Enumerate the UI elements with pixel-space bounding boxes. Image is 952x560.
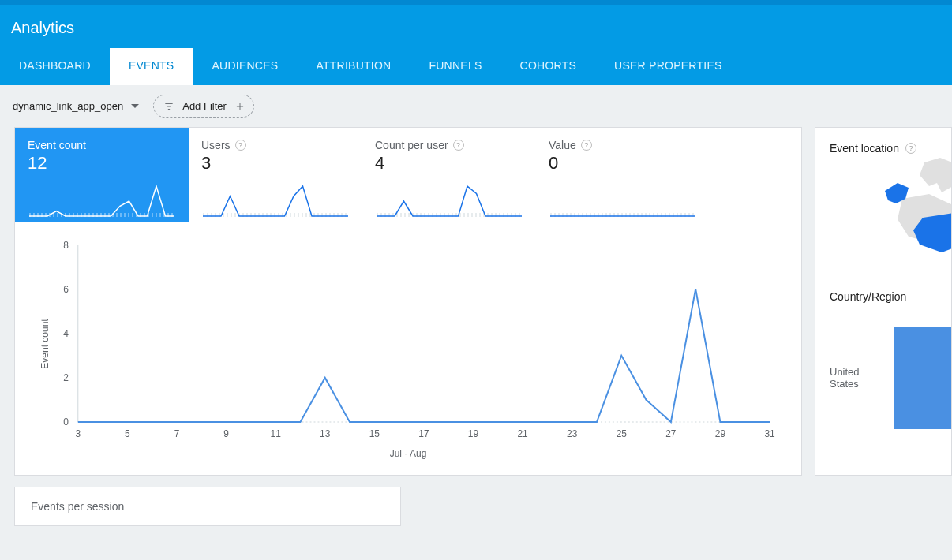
metric-value: 3 [201, 153, 350, 174]
event-count-chart: Event count 0246835791113151719212325272… [15, 222, 801, 465]
metric-value: 0 [549, 153, 697, 174]
svg-text:17: 17 [418, 428, 429, 439]
svg-text:19: 19 [468, 428, 478, 439]
svg-text:21: 21 [517, 428, 527, 439]
svg-text:6: 6 [63, 283, 69, 294]
help-icon[interactable]: ? [235, 140, 246, 151]
svg-text:23: 23 [567, 428, 577, 439]
svg-text:27: 27 [665, 428, 676, 439]
tab-events[interactable]: EVENTS [110, 48, 193, 85]
event-dropdown[interactable]: dynamic_link_app_open [13, 100, 139, 112]
y-axis-label: Event count [39, 319, 51, 368]
metric-tile-value[interactable]: Value ? 0 [536, 128, 710, 222]
svg-text:2: 2 [63, 372, 69, 383]
page-title: Analytics [0, 5, 952, 48]
metric-tile-count-per-user[interactable]: Count per user ? 4 [362, 128, 536, 222]
filter-icon [163, 101, 174, 112]
svg-text:15: 15 [369, 428, 380, 439]
event-location-card: Event location ? Country/Region United S… [815, 127, 952, 476]
svg-text:9: 9 [223, 428, 229, 439]
metric-tile-event-count[interactable]: Event count 12 [15, 128, 189, 222]
country-row[interactable]: United States [830, 327, 951, 429]
tab-cohorts[interactable]: COHORTS [501, 48, 596, 85]
sparkline-value [549, 185, 697, 218]
chevron-down-icon [131, 104, 139, 108]
svg-text:3: 3 [75, 428, 81, 439]
metric-tiles-row: Event count 12 Users ? 3 Co [15, 128, 801, 222]
sparkline-users [201, 185, 350, 218]
card-title: Events per session [31, 500, 124, 513]
svg-text:31: 31 [764, 428, 774, 439]
svg-text:0: 0 [63, 416, 69, 427]
sparkline-count-per-user [375, 185, 523, 218]
side-card-title: Event location [830, 142, 899, 155]
map-icon [830, 155, 952, 281]
add-filter-button[interactable]: Add Filter [153, 95, 254, 118]
svg-text:13: 13 [320, 428, 330, 439]
help-icon[interactable]: ? [905, 143, 916, 154]
sparkline-event-count [28, 185, 176, 218]
metric-tile-users[interactable]: Users ? 3 [189, 128, 362, 222]
add-filter-label: Add Filter [182, 100, 227, 112]
x-axis-caption: Jul - Aug [39, 448, 778, 459]
country-label: United States [830, 366, 891, 390]
metric-value: 4 [375, 153, 523, 174]
metric-label: Count per user [375, 139, 448, 151]
help-icon[interactable]: ? [581, 140, 592, 151]
tab-audiences[interactable]: AUDIENCES [193, 48, 297, 85]
help-icon[interactable]: ? [453, 140, 464, 151]
metric-label: Event count [28, 139, 86, 151]
plus-icon [234, 101, 245, 112]
tab-funnels[interactable]: FUNNELS [410, 48, 500, 85]
header: Analytics DASHBOARDEVENTSAUDIENCESATTRIB… [0, 5, 952, 85]
side-section-title: Country/Region [830, 290, 951, 303]
metric-label: Value [549, 139, 576, 151]
svg-text:25: 25 [617, 428, 627, 439]
events-per-session-card: Events per session [14, 487, 401, 526]
svg-text:5: 5 [125, 428, 130, 439]
svg-text:8: 8 [63, 239, 69, 250]
tab-dashboard[interactable]: DASHBOARD [0, 48, 110, 85]
filters-toolbar: dynamic_link_app_open Add Filter [0, 85, 952, 127]
metric-value: 12 [28, 153, 176, 174]
svg-text:4: 4 [63, 328, 69, 339]
event-dropdown-selected: dynamic_link_app_open [13, 100, 123, 112]
tab-attribution[interactable]: ATTRIBUTION [297, 48, 410, 85]
tab-user-properties[interactable]: USER PROPERTIES [595, 48, 741, 85]
country-bar [894, 327, 951, 429]
svg-text:29: 29 [715, 428, 725, 439]
event-overview-card: Event count 12 Users ? 3 Co [14, 127, 802, 476]
svg-text:7: 7 [174, 428, 180, 439]
metric-label: Users [201, 139, 231, 151]
primary-tabs: DASHBOARDEVENTSAUDIENCESATTRIBUTIONFUNNE… [0, 48, 952, 85]
svg-text:11: 11 [271, 428, 281, 439]
